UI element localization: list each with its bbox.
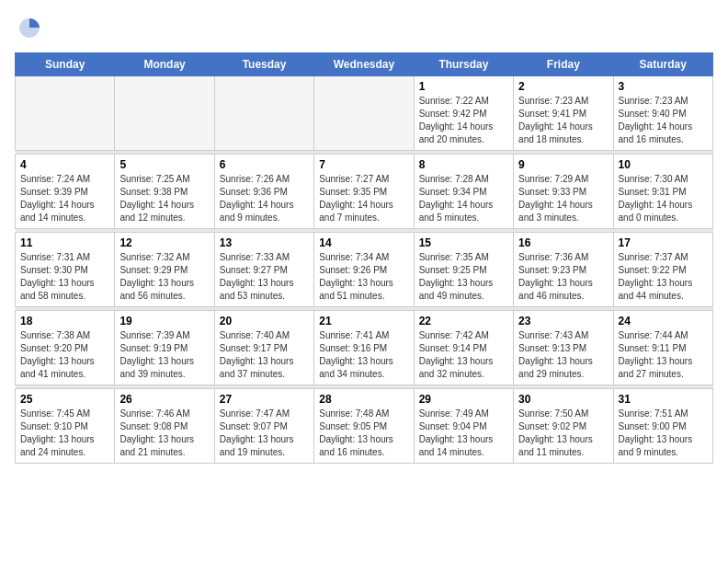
calendar-header-monday: Monday [115, 53, 214, 76]
day-info: Sunrise: 7:35 AM Sunset: 9:25 PM Dayligh… [419, 251, 508, 303]
day-info: Sunrise: 7:23 AM Sunset: 9:40 PM Dayligh… [619, 95, 708, 146]
calendar-day-cell: 6Sunrise: 7:26 AM Sunset: 9:36 PM Daylig… [214, 155, 313, 229]
day-number: 14 [319, 236, 408, 249]
day-number: 24 [619, 315, 708, 327]
day-info: Sunrise: 7:46 AM Sunset: 9:08 PM Dayligh… [119, 408, 209, 459]
day-info: Sunrise: 7:51 AM Sunset: 9:00 PM Dayligh… [619, 408, 708, 459]
day-info: Sunrise: 7:37 AM Sunset: 9:22 PM Dayligh… [619, 251, 708, 303]
day-number: 11 [20, 236, 109, 249]
calendar-day-cell: 2Sunrise: 7:23 AM Sunset: 9:41 PM Daylig… [514, 76, 613, 151]
day-number: 19 [119, 315, 209, 327]
day-info: Sunrise: 7:33 AM Sunset: 9:27 PM Dayligh… [220, 251, 309, 303]
calendar-header-sunday: Sunday [16, 53, 115, 76]
calendar-day-cell [16, 76, 115, 151]
day-info: Sunrise: 7:49 AM Sunset: 9:04 PM Dayligh… [419, 408, 508, 459]
day-info: Sunrise: 7:41 AM Sunset: 9:16 PM Dayligh… [319, 329, 408, 381]
calendar-day-cell: 27Sunrise: 7:47 AM Sunset: 9:07 PM Dayli… [214, 389, 313, 464]
day-number: 6 [220, 158, 309, 171]
calendar-header-thursday: Thursday [414, 53, 513, 76]
calendar-day-cell: 16Sunrise: 7:36 AM Sunset: 9:23 PM Dayli… [514, 233, 613, 307]
day-info: Sunrise: 7:50 AM Sunset: 9:02 PM Dayligh… [518, 408, 608, 459]
day-info: Sunrise: 7:34 AM Sunset: 9:26 PM Dayligh… [319, 251, 408, 303]
calendar-day-cell: 9Sunrise: 7:29 AM Sunset: 9:33 PM Daylig… [514, 155, 613, 229]
calendar-day-cell: 18Sunrise: 7:38 AM Sunset: 9:20 PM Dayli… [16, 311, 115, 385]
calendar-day-cell: 31Sunrise: 7:51 AM Sunset: 9:00 PM Dayli… [613, 389, 712, 464]
day-info: Sunrise: 7:27 AM Sunset: 9:35 PM Dayligh… [319, 173, 408, 224]
day-number: 7 [319, 158, 408, 171]
day-number: 17 [619, 236, 708, 249]
day-number: 3 [619, 80, 708, 93]
day-info: Sunrise: 7:31 AM Sunset: 9:30 PM Dayligh… [20, 251, 109, 303]
day-number: 15 [419, 236, 508, 249]
calendar-week-row: 11Sunrise: 7:31 AM Sunset: 9:30 PM Dayli… [16, 233, 713, 307]
calendar-day-cell: 30Sunrise: 7:50 AM Sunset: 9:02 PM Dayli… [514, 389, 613, 464]
calendar-day-cell: 23Sunrise: 7:43 AM Sunset: 9:13 PM Dayli… [514, 311, 613, 385]
calendar-day-cell: 19Sunrise: 7:39 AM Sunset: 9:19 PM Dayli… [115, 311, 214, 385]
logo-icon [17, 15, 42, 40]
day-number: 27 [220, 393, 309, 406]
calendar-week-row: 25Sunrise: 7:45 AM Sunset: 9:10 PM Dayli… [16, 389, 713, 464]
calendar-day-cell: 20Sunrise: 7:40 AM Sunset: 9:17 PM Dayli… [214, 311, 313, 385]
calendar-day-cell: 15Sunrise: 7:35 AM Sunset: 9:25 PM Dayli… [414, 233, 513, 307]
calendar-day-cell [115, 76, 214, 151]
calendar-day-cell [214, 76, 313, 151]
calendar-day-cell: 25Sunrise: 7:45 AM Sunset: 9:10 PM Dayli… [16, 389, 115, 464]
day-info: Sunrise: 7:43 AM Sunset: 9:13 PM Dayligh… [518, 329, 608, 381]
day-info: Sunrise: 7:22 AM Sunset: 9:42 PM Dayligh… [419, 95, 508, 146]
day-number: 22 [419, 315, 508, 327]
calendar-day-cell: 13Sunrise: 7:33 AM Sunset: 9:27 PM Dayli… [214, 233, 313, 307]
calendar-header-row: SundayMondayTuesdayWednesdayThursdayFrid… [16, 53, 713, 76]
day-number: 1 [419, 80, 508, 93]
calendar-day-cell: 26Sunrise: 7:46 AM Sunset: 9:08 PM Dayli… [115, 389, 214, 464]
calendar-day-cell: 4Sunrise: 7:24 AM Sunset: 9:39 PM Daylig… [16, 155, 115, 229]
calendar-week-row: 1Sunrise: 7:22 AM Sunset: 9:42 PM Daylig… [16, 76, 713, 151]
day-number: 26 [119, 393, 209, 406]
day-number: 5 [119, 158, 209, 171]
page-header [15, 15, 713, 45]
day-number: 4 [20, 158, 109, 171]
day-info: Sunrise: 7:48 AM Sunset: 9:05 PM Dayligh… [319, 408, 408, 459]
day-number: 12 [119, 236, 209, 249]
day-number: 2 [518, 80, 608, 93]
day-number: 21 [319, 315, 408, 327]
day-info: Sunrise: 7:28 AM Sunset: 9:34 PM Dayligh… [419, 173, 508, 224]
day-info: Sunrise: 7:42 AM Sunset: 9:14 PM Dayligh… [419, 329, 508, 381]
calendar-table: SundayMondayTuesdayWednesdayThursdayFrid… [15, 52, 713, 464]
calendar-header-tuesday: Tuesday [214, 53, 313, 76]
day-info: Sunrise: 7:44 AM Sunset: 9:11 PM Dayligh… [619, 329, 708, 381]
calendar-header-friday: Friday [514, 53, 613, 76]
day-number: 9 [518, 158, 608, 171]
calendar-day-cell: 29Sunrise: 7:49 AM Sunset: 9:04 PM Dayli… [414, 389, 513, 464]
calendar-day-cell: 24Sunrise: 7:44 AM Sunset: 9:11 PM Dayli… [613, 311, 712, 385]
day-number: 16 [518, 236, 608, 249]
day-info: Sunrise: 7:30 AM Sunset: 9:31 PM Dayligh… [619, 173, 708, 224]
calendar-day-cell: 12Sunrise: 7:32 AM Sunset: 9:29 PM Dayli… [115, 233, 214, 307]
day-number: 18 [20, 315, 109, 327]
calendar-day-cell [314, 76, 414, 151]
calendar-day-cell: 8Sunrise: 7:28 AM Sunset: 9:34 PM Daylig… [414, 155, 513, 229]
calendar-day-cell: 11Sunrise: 7:31 AM Sunset: 9:30 PM Dayli… [16, 233, 115, 307]
calendar-day-cell: 5Sunrise: 7:25 AM Sunset: 9:38 PM Daylig… [115, 155, 214, 229]
day-info: Sunrise: 7:32 AM Sunset: 9:29 PM Dayligh… [119, 251, 209, 303]
calendar-day-cell: 28Sunrise: 7:48 AM Sunset: 9:05 PM Dayli… [314, 389, 414, 464]
calendar-header-saturday: Saturday [613, 53, 712, 76]
day-info: Sunrise: 7:36 AM Sunset: 9:23 PM Dayligh… [518, 251, 608, 303]
day-number: 20 [220, 315, 309, 327]
calendar-day-cell: 17Sunrise: 7:37 AM Sunset: 9:22 PM Dayli… [613, 233, 712, 307]
calendar-day-cell: 14Sunrise: 7:34 AM Sunset: 9:26 PM Dayli… [314, 233, 414, 307]
day-info: Sunrise: 7:25 AM Sunset: 9:38 PM Dayligh… [119, 173, 209, 224]
day-info: Sunrise: 7:38 AM Sunset: 9:20 PM Dayligh… [20, 329, 109, 381]
day-number: 13 [220, 236, 309, 249]
day-info: Sunrise: 7:40 AM Sunset: 9:17 PM Dayligh… [220, 329, 309, 381]
day-info: Sunrise: 7:29 AM Sunset: 9:33 PM Dayligh… [518, 173, 608, 224]
day-info: Sunrise: 7:39 AM Sunset: 9:19 PM Dayligh… [119, 329, 209, 381]
calendar-header-wednesday: Wednesday [314, 53, 414, 76]
calendar-day-cell: 22Sunrise: 7:42 AM Sunset: 9:14 PM Dayli… [414, 311, 513, 385]
day-info: Sunrise: 7:23 AM Sunset: 9:41 PM Dayligh… [518, 95, 608, 146]
day-number: 28 [319, 393, 408, 406]
calendar-day-cell: 1Sunrise: 7:22 AM Sunset: 9:42 PM Daylig… [414, 76, 513, 151]
calendar-day-cell: 10Sunrise: 7:30 AM Sunset: 9:31 PM Dayli… [613, 155, 712, 229]
calendar-week-row: 4Sunrise: 7:24 AM Sunset: 9:39 PM Daylig… [16, 155, 713, 229]
calendar-day-cell: 21Sunrise: 7:41 AM Sunset: 9:16 PM Dayli… [314, 311, 414, 385]
calendar-week-row: 18Sunrise: 7:38 AM Sunset: 9:20 PM Dayli… [16, 311, 713, 385]
